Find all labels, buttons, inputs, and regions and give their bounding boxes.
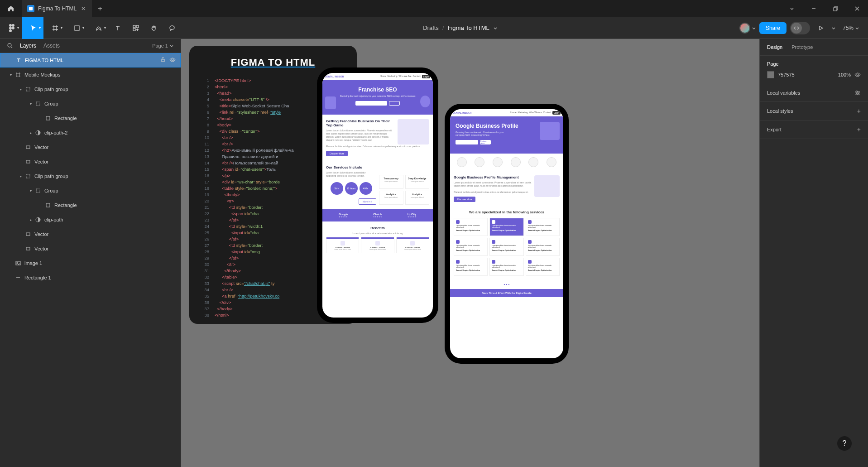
main-menu-button[interactable]: ▾ bbox=[0, 17, 22, 39]
svg-rect-18 bbox=[26, 146, 30, 149]
chevron-down-icon bbox=[752, 26, 756, 30]
shape-tool-button[interactable]: ▾ bbox=[65, 17, 87, 39]
layer-type-icon bbox=[14, 260, 22, 267]
present-button[interactable] bbox=[814, 22, 828, 34]
chevron-down-icon[interactable]: ▾ bbox=[27, 102, 34, 106]
layer-row[interactable]: ▾Clip path group bbox=[0, 169, 181, 183]
text-tool-button[interactable] bbox=[109, 17, 127, 39]
svg-rect-19 bbox=[26, 160, 30, 163]
chevron-down-icon[interactable]: ▾ bbox=[27, 189, 34, 193]
page-selector[interactable]: Page 1 bbox=[152, 43, 173, 48]
frame-icon bbox=[52, 25, 58, 31]
page-color-value[interactable]: 757575 bbox=[778, 72, 834, 77]
new-tab-button[interactable] bbox=[92, 0, 108, 17]
layer-type-icon bbox=[24, 86, 32, 93]
layer-row[interactable]: Rectangle bbox=[0, 198, 181, 212]
unlock-icon[interactable] bbox=[160, 57, 168, 64]
window-maximize-button[interactable] bbox=[825, 0, 846, 17]
export-section: Export + bbox=[760, 120, 868, 139]
layer-row[interactable]: ▾Mobile Mockups bbox=[0, 67, 181, 82]
canvas[interactable]: FIGMA TO HTML 1<!DOCTYPE html>2<html>3 <… bbox=[181, 39, 759, 467]
add-export-button[interactable]: + bbox=[857, 126, 861, 133]
design-tab[interactable]: Design bbox=[767, 44, 782, 50]
layer-row[interactable]: ▾Group bbox=[0, 96, 181, 111]
layer-row[interactable]: Rectangle bbox=[0, 111, 181, 125]
svg-rect-24 bbox=[26, 233, 30, 236]
layer-type-icon bbox=[15, 57, 22, 64]
chevron-down-icon[interactable] bbox=[493, 26, 498, 30]
page-opacity[interactable]: 100% bbox=[838, 72, 851, 77]
layer-name: Rectangle 1 bbox=[24, 275, 177, 280]
breadcrumb-current[interactable]: Figma To HTML bbox=[448, 24, 489, 31]
svg-rect-9 bbox=[136, 25, 139, 28]
variables-settings-button[interactable] bbox=[854, 90, 861, 96]
search-icon[interactable] bbox=[7, 43, 13, 48]
tab-close-button[interactable]: ✕ bbox=[80, 5, 86, 12]
resources-button[interactable] bbox=[127, 17, 145, 39]
chevron-down-icon[interactable]: ▾ bbox=[17, 174, 24, 178]
assets-tab[interactable]: Assets bbox=[43, 43, 60, 49]
chevron-right-icon[interactable]: ▸ bbox=[27, 218, 34, 222]
layer-name: Rectangle bbox=[54, 202, 177, 208]
visibility-toggle[interactable] bbox=[854, 72, 861, 78]
chevron-down-icon: ▾ bbox=[17, 26, 19, 30]
close-icon bbox=[854, 6, 860, 11]
zoom-menu[interactable]: 75% bbox=[839, 23, 863, 33]
layer-name: clip-path-2 bbox=[44, 130, 177, 135]
file-tab[interactable]: Figma To HTML ✕ bbox=[22, 0, 92, 17]
layer-row[interactable]: ▾Group bbox=[0, 183, 181, 198]
layer-row[interactable]: Vector bbox=[0, 154, 181, 169]
eye-icon[interactable] bbox=[169, 57, 177, 64]
layer-row[interactable]: Rectangle 1 bbox=[0, 270, 181, 285]
pen-tool-button[interactable]: ▾ bbox=[87, 17, 109, 39]
frame-tool-button[interactable]: ▾ bbox=[43, 17, 65, 39]
svg-rect-16 bbox=[46, 116, 50, 120]
layer-row[interactable]: ▸clip-path-2 bbox=[0, 125, 181, 140]
home-button[interactable] bbox=[0, 0, 22, 17]
window-close-button[interactable] bbox=[846, 0, 868, 17]
minimize-icon bbox=[811, 6, 816, 11]
layer-row[interactable]: ▾Clip path group bbox=[0, 82, 181, 96]
layer-name: clip-path bbox=[44, 217, 177, 222]
layer-name: FIGMA TO HTML bbox=[25, 58, 160, 63]
layer-type-icon bbox=[34, 129, 42, 136]
chevron-down-icon[interactable]: ▾ bbox=[17, 87, 24, 91]
help-button[interactable]: ? bbox=[837, 436, 852, 451]
layer-row[interactable]: Vector bbox=[0, 140, 181, 154]
window-controls bbox=[781, 0, 868, 17]
chevron-right-icon[interactable]: ▸ bbox=[27, 131, 34, 135]
comment-tool-button[interactable] bbox=[163, 17, 181, 39]
chevron-down-icon bbox=[855, 26, 859, 30]
chevron-down-icon[interactable] bbox=[832, 26, 835, 30]
rectangle-icon bbox=[74, 25, 80, 31]
play-icon bbox=[818, 25, 824, 31]
page-color-swatch[interactable] bbox=[767, 71, 774, 78]
layers-tab[interactable]: Layers bbox=[20, 43, 36, 49]
share-button[interactable]: Share bbox=[759, 22, 786, 34]
layer-row[interactable]: FIGMA TO HTML bbox=[0, 53, 181, 67]
devmode-toggle[interactable] bbox=[790, 22, 810, 34]
layer-name: Mobile Mockups bbox=[24, 72, 177, 77]
breadcrumb-separator: / bbox=[442, 24, 444, 31]
svg-rect-10 bbox=[133, 29, 135, 31]
resources-icon bbox=[133, 25, 139, 31]
layer-name: Vector bbox=[34, 231, 177, 237]
window-chevron-button[interactable] bbox=[781, 0, 803, 17]
layer-row[interactable]: Vector bbox=[0, 227, 181, 241]
user-menu[interactable] bbox=[739, 23, 756, 34]
layer-type-icon bbox=[34, 216, 42, 223]
layer-row[interactable]: ▸clip-path bbox=[0, 212, 181, 227]
breadcrumb-root[interactable]: Drafts bbox=[423, 24, 439, 31]
chevron-down-icon[interactable]: ▾ bbox=[7, 73, 14, 77]
layer-type-icon bbox=[44, 115, 52, 122]
hand-tool-button[interactable] bbox=[145, 17, 163, 39]
layer-row[interactable]: Vector bbox=[0, 241, 181, 256]
move-tool-button[interactable]: ▾ bbox=[22, 17, 43, 39]
window-minimize-button[interactable] bbox=[803, 0, 825, 17]
code-icon bbox=[794, 25, 799, 31]
layer-row[interactable]: image 1 bbox=[0, 256, 181, 270]
svg-rect-8 bbox=[133, 25, 135, 28]
add-style-button[interactable]: + bbox=[857, 107, 861, 115]
prototype-tab[interactable]: Prototype bbox=[791, 44, 813, 50]
phone-mockup-2: DENTAL INSIDER HomeMarketingWho We AreCo… bbox=[445, 104, 569, 364]
